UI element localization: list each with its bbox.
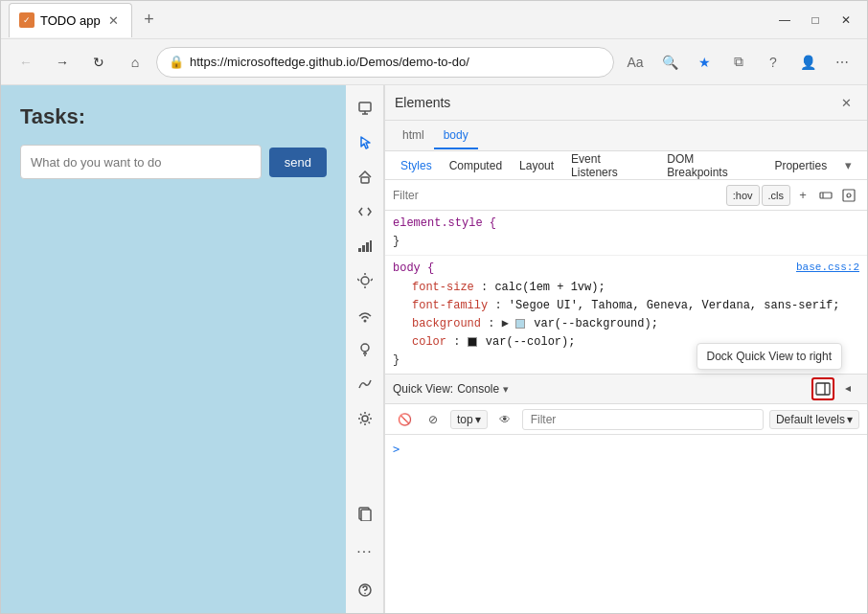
console-clear-button[interactable]: 🚫	[393, 408, 416, 431]
filter-bar: :hov .cls +	[385, 180, 867, 211]
sidebar-icon-code[interactable]	[350, 196, 380, 227]
svg-rect-25	[843, 190, 855, 201]
quick-view-label: Quick View:	[393, 382, 453, 396]
devtools-panel: Elements ✕ html body Styles Computed Lay…	[384, 85, 867, 613]
minimize-button[interactable]: —	[771, 7, 798, 34]
sidebar-more-icon[interactable]: ···	[350, 536, 380, 567]
css-prop-name-color: color	[412, 335, 446, 349]
search-button[interactable]: 🔍	[654, 47, 685, 78]
console-toolbar: 🚫 ⊘ top ▾ 👁 Default levels ▾	[385, 404, 867, 435]
css-selector-element-style: element.style {	[393, 215, 496, 233]
collections-button[interactable]: ⧉	[723, 47, 754, 78]
css-prop-font-family: font-family : 'Segoe UI', Tahoma, Geneva…	[393, 297, 859, 315]
console-level-select[interactable]: Default levels ▾	[769, 410, 859, 429]
tab-body[interactable]: body	[434, 123, 478, 149]
svg-rect-5	[362, 245, 365, 252]
maximize-button[interactable]: □	[802, 7, 829, 34]
help-button[interactable]: ?	[758, 47, 788, 78]
tab-layout[interactable]: Layout	[512, 155, 561, 176]
svg-point-14	[361, 344, 369, 352]
styles-tabs-more-icon[interactable]: ▾	[836, 154, 859, 177]
css-prop-background: background : ▶ var(--background);	[393, 315, 859, 333]
svg-rect-7	[370, 240, 372, 252]
console-prompt[interactable]: >	[393, 443, 859, 456]
css-source-base[interactable]: base.css:2	[796, 260, 859, 277]
css-color-swatch-background[interactable]	[515, 319, 525, 329]
hov-button[interactable]: :hov	[726, 185, 760, 206]
cls-button[interactable]: .cls	[762, 185, 791, 206]
console-filter-input[interactable]	[522, 409, 764, 430]
console-context-arrow: ▾	[475, 413, 481, 426]
add-style-button[interactable]: +	[792, 185, 813, 206]
tab-event-listeners[interactable]: Event Listeners	[563, 148, 657, 183]
favorites-button[interactable]: ★	[689, 47, 720, 78]
tab-favicon: ✓	[19, 12, 34, 28]
devtools-sidebar: ···	[346, 85, 384, 613]
page-content: Tasks: send	[1, 85, 346, 613]
task-input-row: send	[20, 145, 327, 179]
browser-tab[interactable]: ✓ TODO app ✕	[9, 3, 132, 37]
task-input[interactable]	[20, 145, 262, 179]
css-section-element-style: element.style { }	[385, 211, 867, 256]
sidebar-icon-wifi[interactable]	[350, 300, 380, 330]
css-prop-name-font-size: font-size	[412, 281, 474, 294]
console-stop-button[interactable]: ⊘	[422, 408, 445, 431]
element-state-button[interactable]	[815, 185, 836, 206]
tab-html[interactable]: html	[393, 123, 434, 149]
devtools-close-button[interactable]: ✕	[834, 91, 857, 114]
address-actions: Aa 🔍 ★ ⧉ ? 👤 ⋯	[620, 47, 857, 78]
dock-right-button[interactable]: Dock Quick View to right	[811, 377, 834, 400]
tab-styles[interactable]: Styles	[393, 155, 440, 176]
settings-button[interactable]: ⋯	[827, 47, 857, 78]
profile-button[interactable]: 👤	[792, 47, 823, 78]
css-prop-value-font-size: calc(1em + 1vw);	[494, 281, 605, 294]
css-prop-color: color : var(--color);	[393, 333, 859, 352]
sidebar-icon-settings[interactable]	[350, 403, 380, 434]
back-button[interactable]: ←	[11, 47, 41, 78]
new-style-rule-button[interactable]	[838, 185, 859, 206]
console-eye-button[interactable]: 👁	[493, 408, 516, 431]
filter-actions: :hov .cls +	[726, 185, 859, 206]
tab-computed[interactable]: Computed	[442, 155, 510, 176]
css-prop-font-size: font-size : calc(1em + 1vw);	[393, 279, 859, 297]
console-level-value: Default levels	[776, 413, 845, 426]
css-content: element.style { } body { base.css:2 font…	[385, 211, 867, 374]
sidebar-icon-inspect[interactable]	[350, 93, 380, 124]
close-button[interactable]: ✕	[833, 7, 859, 34]
quick-view-actions: Dock Quick View to right	[811, 377, 859, 400]
url-bar[interactable]: 🔒 https://microsoftedge.github.io/Demos/…	[156, 47, 614, 78]
new-tab-button[interactable]: +	[136, 7, 163, 34]
svg-rect-3	[361, 177, 369, 183]
sidebar-icon-lightbulb[interactable]	[350, 334, 380, 365]
svg-point-26	[847, 193, 851, 197]
tab-dom-breakpoints[interactable]: DOM Breakpoints	[659, 148, 765, 183]
console-context-select[interactable]: top ▾	[450, 410, 488, 429]
svg-rect-23	[820, 193, 832, 198]
window-controls: — □ ✕	[771, 7, 859, 34]
sidebar-icon-pages[interactable]	[350, 498, 380, 529]
sidebar-icon-help[interactable]	[350, 575, 380, 605]
page-title: Tasks:	[20, 104, 327, 129]
css-arrow-background[interactable]: ▶	[502, 317, 509, 330]
sidebar-icon-home[interactable]	[350, 162, 380, 193]
send-button[interactable]: send	[269, 148, 327, 177]
reader-mode-button[interactable]: Aa	[620, 47, 651, 78]
home-button[interactable]: ⌂	[120, 47, 150, 78]
refresh-button[interactable]: ↻	[83, 47, 114, 78]
sidebar-icon-performance[interactable]	[350, 369, 380, 399]
svg-rect-20	[361, 510, 371, 521]
sidebar-icon-network[interactable]	[350, 231, 380, 262]
quick-view-dropdown-icon[interactable]: ▾	[503, 383, 509, 396]
sidebar-icon-pointer[interactable]	[350, 127, 380, 158]
sidebar-icon-bug[interactable]	[350, 265, 380, 296]
tab-properties[interactable]: Properties	[766, 155, 834, 176]
filter-input[interactable]	[393, 189, 722, 202]
svg-rect-6	[366, 242, 369, 252]
devtools-title: Elements	[395, 95, 834, 110]
css-close-brace-2: }	[393, 352, 859, 370]
more-options-button[interactable]	[836, 377, 859, 400]
css-color-swatch-color[interactable]	[468, 337, 477, 347]
tab-close-button[interactable]: ✕	[106, 12, 122, 28]
forward-button[interactable]: →	[47, 47, 78, 78]
css-prop-value-color: var(--color);	[486, 335, 576, 349]
